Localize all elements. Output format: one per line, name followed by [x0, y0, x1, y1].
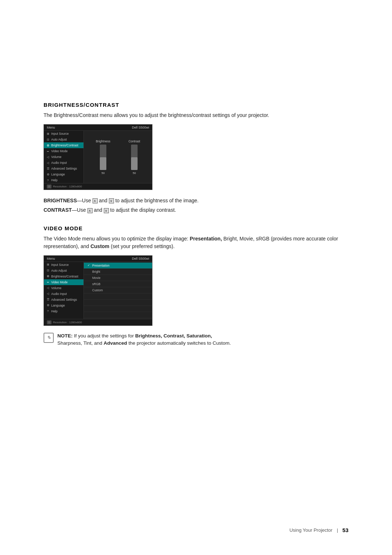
- menu-header: Menu Dell S500wi: [44, 125, 152, 131]
- brightness-contrast-menu: Menu Dell S500wi ⊞ Input Source ⊡ Auto A…: [44, 124, 152, 190]
- list-item-label: sRGB: [92, 282, 101, 286]
- v-video-mode-icon: ••: [46, 280, 50, 284]
- menu-item-label: Auto Adjust: [51, 138, 67, 141]
- language-icon: ⚙: [46, 173, 50, 176]
- brightness-track: [100, 145, 106, 170]
- menu-footer: ⊟ Resolution : 1280x800: [44, 183, 152, 190]
- v-advanced-settings-icon: ☰: [46, 298, 50, 301]
- vmenu-item-audio-input: ◁ Audio Input: [44, 291, 83, 297]
- menu-item-label: Brightness/Contrast: [51, 275, 78, 278]
- footer-separator: |: [337, 527, 338, 533]
- vmenu-item-brightness-contrast: ✿ Brightness/Contrast: [44, 274, 83, 279]
- menu-item-auto-adjust: ⊡ Auto Adjust: [44, 137, 83, 142]
- video-mode-list-item-movie: Movie: [84, 275, 152, 281]
- menu-item-label: Advanced Settings: [51, 167, 77, 170]
- menu-item-volume: ◁ Volume: [44, 154, 83, 160]
- menu-item-label: Input Source: [51, 132, 69, 135]
- vmenu-item-help: ? Help: [44, 308, 83, 314]
- presentation-bold: Presentation,: [190, 236, 222, 242]
- menu-item-label: Video Mode: [51, 280, 68, 284]
- v-footer-resolution: Resolution : 1280x800: [53, 321, 82, 324]
- contrast-track: [131, 145, 138, 170]
- menu-item-label: Volume: [51, 286, 61, 290]
- video-mode-list-item-empty2: [84, 300, 152, 306]
- menu-item-label: Help: [51, 309, 57, 313]
- menu-item-label: Language: [51, 304, 65, 307]
- note-text-end: the projector automatically switches to …: [128, 340, 231, 346]
- up-arrow-btn-2: ∧: [87, 208, 93, 213]
- custom-bold: Custom: [90, 243, 109, 249]
- menu-item-label: Volume: [51, 155, 61, 159]
- vmenu-item-language: ⚙ Language: [44, 303, 83, 308]
- auto-adjust-icon: ⊡: [46, 138, 50, 141]
- volume-icon: ◁: [46, 155, 50, 159]
- brightness-label: Brightness: [96, 139, 110, 143]
- video-mode-list-item-custom: Custom: [84, 287, 152, 293]
- video-menu-left-panel: ⊞ Input Source ⊡ Auto Adjust ✿ Brightnes…: [44, 262, 84, 319]
- menu-item-audio-input: ◁ Audio Input: [44, 160, 83, 166]
- footer-resolution: Resolution : 1280x800: [53, 185, 82, 188]
- contrast-slider-col: Contrast 50: [128, 139, 140, 175]
- v-brightness-contrast-icon: ✿: [46, 275, 50, 278]
- brightness-contrast-title: BRIGHTNESS/CONTRAST: [44, 102, 348, 108]
- video-mode-icon: ••: [46, 150, 50, 153]
- note-text: NOTE: If you adjust the settings for Bri…: [57, 332, 231, 347]
- video-mode-list-item-presentation: ✓ Presentation: [84, 263, 152, 269]
- brightness-fill: [100, 157, 106, 170]
- note-text-start: If you adjust the settings for: [74, 333, 135, 339]
- contrast-and: and: [94, 207, 103, 213]
- contrast-fill: [131, 157, 138, 170]
- v-footer-icon: ⊟: [47, 320, 52, 324]
- contrast-keyword: CONTRAST: [44, 207, 72, 213]
- menu-item-label: Audio Input: [51, 161, 67, 165]
- checkmark-icon: ✓: [87, 264, 90, 267]
- video-mode-list-item-srgb: sRGB: [84, 281, 152, 287]
- menu-item-advanced-settings: ☰ Advanced Settings: [44, 166, 83, 171]
- video-mode-section: VIDEO MODE The Video Mode menu allows yo…: [44, 225, 348, 347]
- list-item-label: Custom: [92, 288, 103, 292]
- contrast-suffix: to adjust the display contrast.: [110, 207, 176, 213]
- video-mode-intro-start: The Video Mode menu allows you to optimi…: [44, 236, 188, 242]
- contrast-label: Contrast: [128, 139, 140, 143]
- menu-item-video-mode: •• Video Mode: [44, 148, 83, 154]
- brightness-slider-col: Brightness 50: [96, 139, 110, 175]
- footer-icon: ⊟: [47, 185, 52, 189]
- menu-header-left: Menu: [47, 126, 55, 129]
- note-bold2: Advanced: [104, 340, 127, 346]
- page-footer: Using Your Projector | 53: [289, 527, 348, 533]
- v-help-icon: ?: [46, 309, 50, 313]
- up-arrow-btn: ∧: [93, 198, 98, 203]
- menu-item-label: Language: [51, 173, 65, 176]
- menu-left-panel: ⊞ Input Source ⊡ Auto Adjust ✿ Brightnes…: [44, 131, 84, 183]
- help-icon: ?: [46, 179, 50, 182]
- video-mode-intro: The Video Mode menu allows you to optimi…: [44, 235, 348, 250]
- menu-item-label: Input Source: [51, 263, 69, 267]
- video-mode-list-item-bright: Bright: [84, 269, 152, 275]
- note-label: NOTE:: [57, 333, 73, 339]
- video-menu-header: Menu Dell S500wi: [44, 256, 152, 262]
- contrast-desc: CONTRAST—Use ∧ and ∨ to adjust the displ…: [44, 206, 348, 214]
- brightness-contrast-intro: The Brightness/Contrast menu allows you …: [44, 112, 348, 119]
- advanced-settings-icon: ☰: [46, 167, 50, 170]
- note-pencil-icon: ✎: [44, 333, 54, 343]
- video-mode-list-item-empty3: [84, 306, 152, 312]
- menu-header-right: Dell S500wi: [132, 126, 149, 129]
- menu-item-language: ⚙ Language: [44, 171, 83, 177]
- menu-item-label: Audio Input: [51, 292, 67, 296]
- menu-item-label: Help: [51, 178, 57, 182]
- vmenu-item-volume: ◁ Volume: [44, 285, 83, 291]
- list-item-label: Movie: [92, 276, 101, 280]
- page-content: BRIGHTNESS/CONTRAST The Brightness/Contr…: [0, 0, 392, 555]
- brightness-desc: BRIGHTNESS—Use ∧ and ∨ to adjust the bri…: [44, 197, 348, 204]
- video-mode-list: ✓ Presentation Bright Movie sRGB: [84, 262, 152, 319]
- menu-item-input-source: ⊞ Input Source: [44, 131, 83, 137]
- note-text-mid: Sharpness, Tint, and: [57, 340, 104, 346]
- brightness-suffix: to adjust the brightness of the image.: [115, 198, 199, 203]
- note-bold1: Brightness, Contrast, Saturation,: [135, 333, 212, 339]
- page-number: 53: [342, 527, 348, 533]
- menu-item-brightness-contrast: ✿ Brightness/Contrast: [44, 142, 83, 148]
- v-volume-icon: ◁: [46, 286, 50, 289]
- down-arrow-btn: ∨: [109, 198, 114, 203]
- list-item-label: Presentation: [92, 264, 110, 267]
- menu-item-label: Brightness/Contrast: [51, 143, 78, 147]
